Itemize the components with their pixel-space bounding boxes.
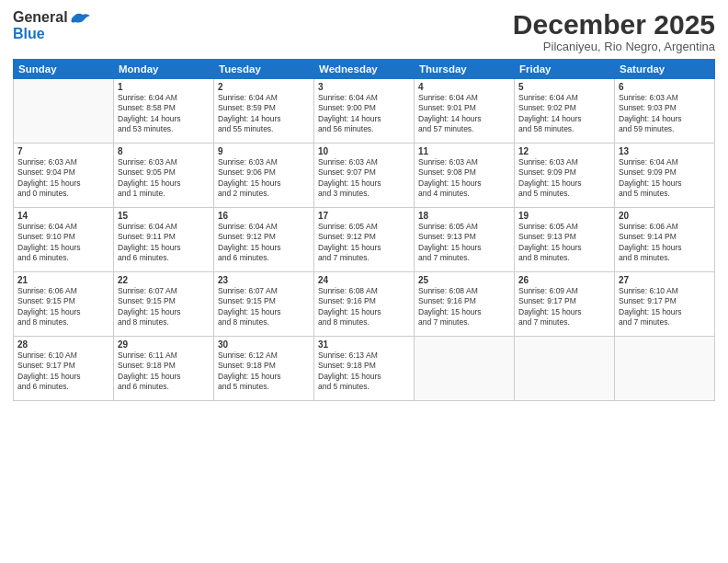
day-number: 17 bbox=[318, 211, 410, 221]
table-row: 27Sunrise: 6:10 AM Sunset: 9:17 PM Dayli… bbox=[615, 272, 715, 337]
day-number: 30 bbox=[218, 339, 310, 350]
table-row: 7Sunrise: 6:03 AM Sunset: 9:04 PM Daylig… bbox=[14, 144, 114, 208]
table-row: 28Sunrise: 6:10 AM Sunset: 9:17 PM Dayli… bbox=[14, 337, 114, 401]
day-number: 7 bbox=[17, 146, 109, 156]
day-number: 14 bbox=[17, 211, 109, 221]
day-number: 22 bbox=[118, 275, 210, 285]
cell-info: Sunrise: 6:10 AM Sunset: 9:17 PM Dayligh… bbox=[17, 350, 109, 393]
table-row: 11Sunrise: 6:03 AM Sunset: 9:08 PM Dayli… bbox=[415, 144, 515, 208]
table-row: 18Sunrise: 6:05 AM Sunset: 9:13 PM Dayli… bbox=[415, 208, 515, 272]
table-row: 1Sunrise: 6:04 AM Sunset: 8:58 PM Daylig… bbox=[114, 79, 214, 144]
cell-info: Sunrise: 6:04 AM Sunset: 9:00 PM Dayligh… bbox=[318, 93, 410, 135]
day-number: 26 bbox=[518, 275, 610, 285]
day-number: 24 bbox=[318, 275, 410, 285]
day-number: 5 bbox=[518, 82, 610, 92]
table-row: 24Sunrise: 6:08 AM Sunset: 9:16 PM Dayli… bbox=[314, 272, 415, 337]
calendar-table: Sunday Monday Tuesday Wednesday Thursday… bbox=[13, 59, 715, 401]
table-row: 3Sunrise: 6:04 AM Sunset: 9:00 PM Daylig… bbox=[314, 79, 415, 144]
day-number: 15 bbox=[118, 211, 210, 221]
cell-info: Sunrise: 6:05 AM Sunset: 9:13 PM Dayligh… bbox=[418, 222, 510, 264]
cell-info: Sunrise: 6:03 AM Sunset: 9:05 PM Dayligh… bbox=[118, 157, 210, 200]
month-title: December 2025 bbox=[513, 9, 715, 40]
table-row: 9Sunrise: 6:03 AM Sunset: 9:06 PM Daylig… bbox=[214, 144, 314, 208]
day-number: 19 bbox=[518, 211, 610, 221]
day-number: 12 bbox=[518, 146, 610, 156]
day-number: 9 bbox=[218, 146, 310, 156]
cell-info: Sunrise: 6:03 AM Sunset: 9:06 PM Dayligh… bbox=[218, 157, 310, 200]
day-number: 2 bbox=[218, 82, 310, 92]
cell-info: Sunrise: 6:06 AM Sunset: 9:14 PM Dayligh… bbox=[619, 222, 711, 264]
header-saturday: Saturday bbox=[615, 60, 715, 79]
cell-info: Sunrise: 6:04 AM Sunset: 9:11 PM Dayligh… bbox=[118, 222, 210, 264]
calendar-header-row: Sunday Monday Tuesday Wednesday Thursday… bbox=[14, 60, 715, 79]
table-row bbox=[615, 337, 715, 401]
table-row: 13Sunrise: 6:04 AM Sunset: 9:09 PM Dayli… bbox=[615, 144, 715, 208]
logo-blue: Blue bbox=[13, 26, 45, 42]
table-row: 16Sunrise: 6:04 AM Sunset: 9:12 PM Dayli… bbox=[214, 208, 314, 272]
header-monday: Monday bbox=[114, 60, 214, 79]
day-number: 3 bbox=[318, 82, 410, 92]
table-row: 17Sunrise: 6:05 AM Sunset: 9:12 PM Dayli… bbox=[314, 208, 415, 272]
day-number: 4 bbox=[418, 82, 510, 92]
table-row: 26Sunrise: 6:09 AM Sunset: 9:17 PM Dayli… bbox=[515, 272, 615, 337]
table-row: 25Sunrise: 6:08 AM Sunset: 9:16 PM Dayli… bbox=[415, 272, 515, 337]
table-row: 22Sunrise: 6:07 AM Sunset: 9:15 PM Dayli… bbox=[114, 272, 214, 337]
cell-info: Sunrise: 6:03 AM Sunset: 9:07 PM Dayligh… bbox=[318, 157, 410, 200]
day-number: 21 bbox=[17, 275, 109, 285]
table-row: 30Sunrise: 6:12 AM Sunset: 9:18 PM Dayli… bbox=[214, 337, 314, 401]
cell-info: Sunrise: 6:08 AM Sunset: 9:16 PM Dayligh… bbox=[418, 286, 510, 328]
table-row: 21Sunrise: 6:06 AM Sunset: 9:15 PM Dayli… bbox=[14, 272, 114, 337]
table-row: 14Sunrise: 6:04 AM Sunset: 9:10 PM Dayli… bbox=[14, 208, 114, 272]
calendar-week-2: 7Sunrise: 6:03 AM Sunset: 9:04 PM Daylig… bbox=[14, 144, 715, 208]
day-number: 29 bbox=[118, 339, 210, 350]
logo-general: General bbox=[13, 9, 68, 26]
cell-info: Sunrise: 6:04 AM Sunset: 9:02 PM Dayligh… bbox=[518, 93, 610, 135]
cell-info: Sunrise: 6:09 AM Sunset: 9:17 PM Dayligh… bbox=[518, 286, 610, 328]
day-number: 25 bbox=[418, 275, 510, 285]
cell-info: Sunrise: 6:13 AM Sunset: 9:18 PM Dayligh… bbox=[318, 350, 410, 393]
day-number: 8 bbox=[118, 146, 210, 156]
table-row bbox=[515, 337, 615, 401]
cell-info: Sunrise: 6:08 AM Sunset: 9:16 PM Dayligh… bbox=[318, 286, 410, 328]
day-number: 23 bbox=[218, 275, 310, 285]
cell-info: Sunrise: 6:03 AM Sunset: 9:03 PM Dayligh… bbox=[619, 93, 711, 135]
cell-info: Sunrise: 6:07 AM Sunset: 9:15 PM Dayligh… bbox=[118, 286, 210, 328]
day-number: 6 bbox=[619, 82, 711, 92]
day-number: 27 bbox=[619, 275, 711, 285]
table-row: 2Sunrise: 6:04 AM Sunset: 8:59 PM Daylig… bbox=[214, 79, 314, 144]
cell-info: Sunrise: 6:04 AM Sunset: 9:09 PM Dayligh… bbox=[619, 157, 711, 200]
cell-info: Sunrise: 6:11 AM Sunset: 9:18 PM Dayligh… bbox=[118, 350, 210, 393]
cell-info: Sunrise: 6:04 AM Sunset: 8:59 PM Dayligh… bbox=[218, 93, 310, 135]
page: General Blue December 2025 Pilcaniyeu, R… bbox=[0, 0, 728, 563]
cell-info: Sunrise: 6:04 AM Sunset: 9:12 PM Dayligh… bbox=[218, 222, 310, 264]
day-number: 1 bbox=[118, 82, 210, 92]
table-row: 4Sunrise: 6:04 AM Sunset: 9:01 PM Daylig… bbox=[415, 79, 515, 144]
table-row: 31Sunrise: 6:13 AM Sunset: 9:18 PM Dayli… bbox=[314, 337, 415, 401]
table-row: 23Sunrise: 6:07 AM Sunset: 9:15 PM Dayli… bbox=[214, 272, 314, 337]
table-row bbox=[415, 337, 515, 401]
day-number: 13 bbox=[619, 146, 711, 156]
title-block: December 2025 Pilcaniyeu, Rio Negro, Arg… bbox=[513, 9, 715, 53]
cell-info: Sunrise: 6:03 AM Sunset: 9:08 PM Dayligh… bbox=[418, 157, 510, 200]
table-row: 5Sunrise: 6:04 AM Sunset: 9:02 PM Daylig… bbox=[515, 79, 615, 144]
table-row: 29Sunrise: 6:11 AM Sunset: 9:18 PM Dayli… bbox=[114, 337, 214, 401]
table-row: 10Sunrise: 6:03 AM Sunset: 9:07 PM Dayli… bbox=[314, 144, 415, 208]
subtitle: Pilcaniyeu, Rio Negro, Argentina bbox=[513, 40, 715, 53]
header-tuesday: Tuesday bbox=[214, 60, 314, 79]
day-number: 20 bbox=[619, 211, 711, 221]
cell-info: Sunrise: 6:04 AM Sunset: 9:10 PM Dayligh… bbox=[17, 222, 109, 264]
cell-info: Sunrise: 6:04 AM Sunset: 8:58 PM Dayligh… bbox=[118, 93, 210, 135]
header-wednesday: Wednesday bbox=[314, 60, 415, 79]
day-number: 10 bbox=[318, 146, 410, 156]
cell-info: Sunrise: 6:03 AM Sunset: 9:09 PM Dayligh… bbox=[518, 157, 610, 200]
logo: General Blue bbox=[13, 9, 90, 42]
day-number: 18 bbox=[418, 211, 510, 221]
day-number: 28 bbox=[17, 339, 109, 350]
header-thursday: Thursday bbox=[415, 60, 515, 79]
table-row: 15Sunrise: 6:04 AM Sunset: 9:11 PM Dayli… bbox=[114, 208, 214, 272]
cell-info: Sunrise: 6:04 AM Sunset: 9:01 PM Dayligh… bbox=[418, 93, 510, 135]
cell-info: Sunrise: 6:05 AM Sunset: 9:13 PM Dayligh… bbox=[518, 222, 610, 264]
cell-info: Sunrise: 6:05 AM Sunset: 9:12 PM Dayligh… bbox=[318, 222, 410, 264]
header-sunday: Sunday bbox=[14, 60, 114, 79]
header: General Blue December 2025 Pilcaniyeu, R… bbox=[13, 9, 715, 53]
